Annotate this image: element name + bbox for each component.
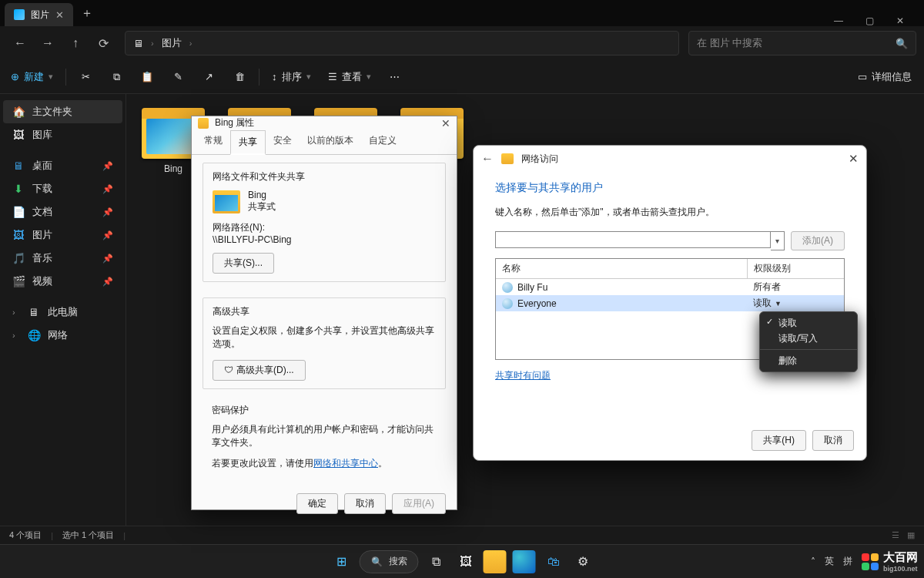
tab-customize[interactable]: 自定义 [361, 129, 404, 154]
share-button[interactable]: 共享(S)... [213, 253, 274, 274]
new-tab-button[interactable]: ＋ [81, 5, 93, 26]
sharing-heading: 选择要与其共享的用户 [495, 181, 845, 195]
task-view-button[interactable]: ⧉ [425, 550, 448, 573]
taskbar-explorer-icon[interactable] [484, 550, 507, 573]
sidebar-item-gallery[interactable]: 🖼图库 [3, 123, 122, 146]
password-protect-section: 密码保护 用户必须具有此计算机的用户帐户和密码，才能访问共享文件夹。 若要更改此… [203, 405, 446, 478]
status-bar: 4 个项目 | 选中 1 个项目 | ☰▦ [0, 526, 924, 544]
sidebar-item-thispc[interactable]: ›🖥此电脑 [3, 301, 122, 324]
network-sharing-center-link[interactable]: 网络和共享中心 [313, 458, 378, 469]
dialog-title: 网络访问 [521, 153, 558, 166]
pictures-icon: 🖼 [12, 229, 25, 241]
close-window-button[interactable]: ✕ [893, 15, 907, 26]
back-button[interactable]: ← [481, 152, 494, 166]
view-grid-icon[interactable]: ▦ [907, 530, 915, 540]
tab-general[interactable]: 常规 [196, 129, 230, 154]
advanced-share-section: 高级共享 设置自定义权限，创建多个共享，并设置其他高级共享选项。 高级共享(D)… [203, 297, 446, 389]
refresh-button[interactable]: ⟳ [91, 31, 116, 55]
cancel-button[interactable]: 取消 [812, 430, 854, 451]
search-input[interactable]: 在 图片 中搜索 🔍 [688, 31, 916, 55]
apply-button[interactable]: 应用(A) [392, 493, 446, 514]
tab-strip: 图片 ✕ ＋ — ▢ ✕ [0, 0, 924, 26]
user-input[interactable] [495, 231, 771, 248]
sidebar-item-videos[interactable]: 🎬视频📌 [3, 270, 122, 293]
dialog-footer: 确定 取消 应用(A) [192, 486, 457, 522]
tab-security[interactable]: 安全 [266, 129, 300, 154]
pin-icon: 📌 [102, 277, 113, 287]
permission-row-selected[interactable]: Everyone 读取 ▼ [496, 295, 844, 311]
delete-button[interactable]: 🗑 [225, 65, 254, 89]
col-name: 名称 [496, 259, 747, 278]
taskbar-search[interactable]: 🔍搜索 [360, 550, 419, 573]
breadcrumb-location[interactable]: 图片 [162, 36, 182, 50]
sidebar-item-pictures[interactable]: 🖼图片📌 [3, 223, 122, 247]
copy-button[interactable]: ⧉ [102, 65, 131, 89]
col-level: 权限级别 [747, 259, 844, 278]
pc-icon: 🖥 [28, 306, 40, 318]
forward-button[interactable]: → [35, 31, 60, 55]
videos-icon: 🎬 [12, 275, 25, 287]
ime-mode[interactable]: 拼 [843, 555, 852, 568]
sort-button[interactable]: ↕ 排序 ▾ [264, 65, 319, 89]
share-confirm-button[interactable]: 共享(H) [752, 430, 806, 451]
folder-thumb-icon [213, 190, 240, 213]
tray-chevron-icon[interactable]: ˄ [811, 556, 815, 567]
ok-button[interactable]: 确定 [296, 493, 338, 514]
menu-item-remove[interactable]: 删除 [760, 353, 857, 368]
advanced-share-button[interactable]: 高级共享(D)... [213, 360, 306, 381]
rename-button[interactable]: ✎ [163, 65, 192, 89]
share-button[interactable]: ↗ [194, 65, 223, 89]
taskbar-settings-icon[interactable]: ⚙ [571, 550, 594, 573]
back-button[interactable]: ← [8, 31, 32, 55]
tab-previous-versions[interactable]: 以前的版本 [300, 129, 361, 154]
pin-icon: 📌 [102, 230, 113, 240]
maximize-button[interactable]: ▢ [862, 15, 876, 26]
details-pane-toggle[interactable]: ▭ 详细信息 [858, 70, 921, 84]
view-list-icon[interactable]: ☰ [892, 530, 899, 540]
dialog-title: Bing 属性 [215, 116, 254, 129]
tab-label: 图片 [31, 8, 49, 22]
cancel-button[interactable]: 取消 [344, 493, 386, 514]
paste-button[interactable]: 📋 [132, 65, 162, 89]
up-button[interactable]: ↑ [63, 31, 88, 55]
menu-item-read[interactable]: 读取 [760, 315, 857, 331]
cut-button[interactable]: ✂ [71, 65, 100, 89]
folder-icon [501, 153, 514, 164]
start-button[interactable]: ⊞ [330, 550, 353, 573]
more-button[interactable]: ⋯ [380, 65, 410, 89]
sidebar-item-documents[interactable]: 📄文档📌 [3, 200, 122, 223]
sidebar-item-music[interactable]: 🎵音乐📌 [3, 247, 122, 270]
taskbar-store-icon[interactable]: 🛍 [542, 550, 565, 573]
add-user-button[interactable]: 添加(A) [791, 231, 845, 250]
tab-sharing[interactable]: 共享 [230, 130, 266, 155]
pin-icon: 📌 [102, 254, 113, 264]
close-button[interactable]: ✕ [849, 152, 859, 166]
share-folder-name: Bing [248, 190, 276, 200]
ime-language[interactable]: 英 [825, 555, 834, 568]
sidebar-item-desktop[interactable]: 🖥桌面📌 [3, 154, 122, 177]
sidebar-item-downloads[interactable]: ⬇下载📌 [3, 177, 122, 200]
dialog-titlebar[interactable]: Bing 属性 ✕ [192, 116, 457, 129]
close-tab-button[interactable]: ✕ [55, 9, 64, 21]
permission-row[interactable]: Billy Fu 所有者 [496, 279, 844, 295]
sharing-help-link[interactable]: 共享时有问题 [495, 369, 551, 382]
taskbar-app-icon[interactable]: 🖼 [454, 550, 477, 573]
user-dropdown-button[interactable]: ▾ [771, 231, 785, 250]
view-button[interactable]: ☰ 查看 ▾ [320, 65, 379, 89]
taskbar-edge-icon[interactable] [513, 550, 536, 573]
sidebar-item-home[interactable]: 🏠主文件夹 [3, 100, 122, 123]
menu-item-readwrite[interactable]: 读取/写入 [760, 331, 857, 346]
sidebar-item-network[interactable]: ›🌐网络 [3, 324, 122, 347]
new-button[interactable]: ⊕ 新建 ▾ [3, 65, 61, 89]
minimize-button[interactable]: — [832, 15, 845, 26]
folder-icon [198, 118, 209, 129]
network-icon: 🌐 [28, 329, 40, 341]
share-state: 共享式 [248, 200, 276, 213]
tab-pictures[interactable]: 图片 ✕ [5, 3, 73, 26]
window-controls: — ▢ ✕ [832, 8, 924, 26]
close-button[interactable]: ✕ [441, 117, 450, 129]
breadcrumb[interactable]: 🖥 › 图片 › [125, 31, 679, 55]
pictures-icon [14, 9, 25, 20]
chevron-down-icon[interactable]: ▼ [775, 300, 782, 307]
search-icon: 🔍 [371, 556, 383, 567]
